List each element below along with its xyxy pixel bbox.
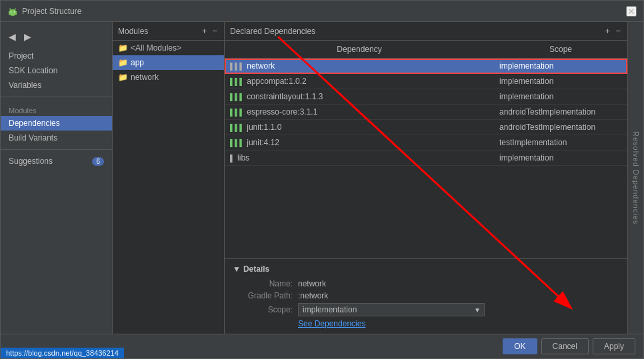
dep-name-libs: ▌ libs xyxy=(225,151,494,165)
modules-list: 📁 <All Modules> 📁 app 📁 network xyxy=(113,41,224,334)
dep-scope-espresso: androidTestImplementation xyxy=(494,105,627,119)
main-content: ◀ ▶ Project SDK Location Variables Modul… xyxy=(1,22,643,334)
deps-header: Declared Dependencies + − xyxy=(225,22,627,41)
gradle-label: Gradle Path: xyxy=(233,291,293,300)
bottom-bar: https://blog.csdn.net/qq_38436214 OK Can… xyxy=(1,334,643,358)
back-button[interactable]: ◀ xyxy=(6,30,19,43)
details-title: ▼ Details xyxy=(233,264,619,274)
add-module-button[interactable]: + xyxy=(201,26,209,36)
dep-icon-network: ▌▌▌ xyxy=(230,63,244,70)
dep-scope-libs: implementation xyxy=(494,151,627,165)
svg-point-3 xyxy=(14,11,15,13)
sidebar-item-build-variants[interactable]: Build Variants xyxy=(1,131,112,145)
folder-icon: 📁 xyxy=(118,43,128,53)
suggestions-row[interactable]: Suggestions 6 xyxy=(1,154,112,169)
dep-row-constraintlayout[interactable]: ▌▌▌ constraintlayout:1.1.3 implementatio… xyxy=(225,89,627,105)
dep-row-libs[interactable]: ▌ libs implementation xyxy=(225,151,627,166)
gradle-value: :network xyxy=(298,291,328,300)
sidebar-divider xyxy=(1,97,112,97)
cancel-button[interactable]: Cancel xyxy=(541,338,589,354)
module-app-label: app xyxy=(131,58,144,67)
module-all-label: <All Modules> xyxy=(131,43,181,53)
scope-label: Scope: xyxy=(233,305,293,314)
dep-scope-junit-test: androidTestImplementation xyxy=(494,120,627,135)
details-name-row: Name: network xyxy=(233,279,619,288)
add-dep-button[interactable]: + xyxy=(604,26,612,36)
details-title-label: Details xyxy=(243,264,269,274)
dep-icon-junit-test: ▌▌▌ xyxy=(230,124,244,131)
sidebar-item-project[interactable]: Project xyxy=(1,49,112,63)
network-folder-icon: 📁 xyxy=(118,73,128,82)
dep-name-constraintlayout: ▌▌▌ constraintlayout:1.1.3 xyxy=(225,89,494,104)
dep-row-espresso[interactable]: ▌▌▌ espresso-core:3.1.1 androidTestImple… xyxy=(225,105,627,120)
deps-header-label: Declared Dependencies xyxy=(230,27,315,36)
android-icon xyxy=(7,6,18,17)
see-dependencies-link[interactable]: See Dependencies xyxy=(298,319,619,328)
dep-scope-appcompat: implementation xyxy=(494,74,627,89)
scope-col-header: Scope xyxy=(494,43,627,55)
remove-dep-button[interactable]: − xyxy=(614,26,622,36)
suggestions-badge: 6 xyxy=(92,157,104,166)
dep-icon-junit: ▌▌▌ xyxy=(230,139,244,147)
dep-name-junit-test: ▌▌▌ junit:1.1.0 xyxy=(225,120,494,135)
module-item-all[interactable]: 📁 <All Modules> xyxy=(113,41,224,55)
url-bar: https://blog.csdn.net/qq_38436214 xyxy=(1,348,124,358)
apply-button[interactable]: Apply xyxy=(593,338,635,354)
dep-scope-junit: testImplementation xyxy=(494,135,627,150)
dep-col-header: Dependency xyxy=(225,43,494,55)
dep-name-junit: ▌▌▌ junit:4.12 xyxy=(225,135,494,150)
title-bar-left: Project Structure xyxy=(7,6,81,17)
scope-select-wrapper: implementation api compileOnly runtimeOn… xyxy=(298,303,485,316)
left-sidebar: ◀ ▶ Project SDK Location Variables Modul… xyxy=(1,22,113,334)
modules-section-label: Modules xyxy=(1,101,112,116)
details-scope-row: Scope: implementation api compileOnly ru… xyxy=(233,303,619,316)
details-section: ▼ Details Name: network Gradle Path: :ne… xyxy=(225,258,627,334)
details-triangle-icon: ▼ xyxy=(233,264,241,274)
name-label: Name: xyxy=(233,279,293,288)
app-folder-icon: 📁 xyxy=(118,58,128,67)
dep-name-appcompat: ▌▌▌ appcompat:1.0.2 xyxy=(225,74,494,89)
sidebar-divider-2 xyxy=(1,149,112,150)
sidebar-item-sdk[interactable]: SDK Location xyxy=(1,63,112,78)
sidebar-item-dependencies[interactable]: Dependencies xyxy=(1,116,112,131)
scope-select[interactable]: implementation api compileOnly runtimeOn… xyxy=(298,303,485,316)
dep-name-espresso: ▌▌▌ espresso-core:3.1.1 xyxy=(225,105,494,119)
dep-row-appcompat[interactable]: ▌▌▌ appcompat:1.0.2 implementation xyxy=(225,74,627,89)
dep-icon-espresso: ▌▌▌ xyxy=(230,109,244,116)
resolved-dependencies-tab[interactable]: Resolved Dependencies xyxy=(627,22,643,334)
window-title: Project Structure xyxy=(22,7,81,16)
svg-line-4 xyxy=(10,9,11,10)
dep-row-junit-test[interactable]: ▌▌▌ junit:1.1.0 androidTestImplementatio… xyxy=(225,120,627,135)
sidebar-item-variables[interactable]: Variables xyxy=(1,78,112,93)
modules-panel: Modules + − 📁 <All Modules> 📁 app 📁 netw xyxy=(113,22,225,334)
suggestions-label: Suggestions xyxy=(9,157,53,166)
remove-module-button[interactable]: − xyxy=(211,26,219,36)
module-item-network[interactable]: 📁 network xyxy=(113,70,224,85)
dep-row-network[interactable]: ▌▌▌ network implementation xyxy=(225,59,627,74)
dep-icon-constraintlayout: ▌▌▌ xyxy=(230,93,244,101)
svg-point-2 xyxy=(11,11,12,13)
forward-button[interactable]: ▶ xyxy=(21,30,34,43)
nav-toolbar: ◀ ▶ xyxy=(1,27,112,46)
dep-icon-appcompat: ▌▌▌ xyxy=(230,78,244,85)
dep-name-network: ▌▌▌ network xyxy=(225,59,494,73)
deps-table: Dependency Scope ▌▌▌ network implementat… xyxy=(225,41,627,258)
details-gradle-row: Gradle Path: :network xyxy=(233,291,619,300)
svg-line-5 xyxy=(15,9,15,10)
ok-button[interactable]: OK xyxy=(503,338,537,354)
dep-scope-constraintlayout: implementation xyxy=(494,89,627,104)
dep-icon-libs: ▌ xyxy=(230,155,235,162)
module-network-label: network xyxy=(131,73,159,82)
deps-toolbar: + − xyxy=(604,26,622,36)
dep-row-junit[interactable]: ▌▌▌ junit:4.12 testImplementation xyxy=(225,135,627,151)
close-button[interactable]: ✕ xyxy=(626,6,637,17)
modules-toolbar: + − xyxy=(201,26,219,36)
dependencies-panel: Declared Dependencies + − Dependency Sco… xyxy=(225,22,627,334)
deps-container: Declared Dependencies + − Dependency Sco… xyxy=(225,22,627,334)
module-item-app[interactable]: 📁 app xyxy=(113,55,224,70)
title-bar: Project Structure ✕ xyxy=(1,1,643,22)
name-value: network xyxy=(298,279,326,288)
dep-scope-network: implementation xyxy=(494,59,627,73)
deps-table-header: Dependency Scope xyxy=(225,41,627,59)
modules-header-label: Modules xyxy=(118,27,148,36)
